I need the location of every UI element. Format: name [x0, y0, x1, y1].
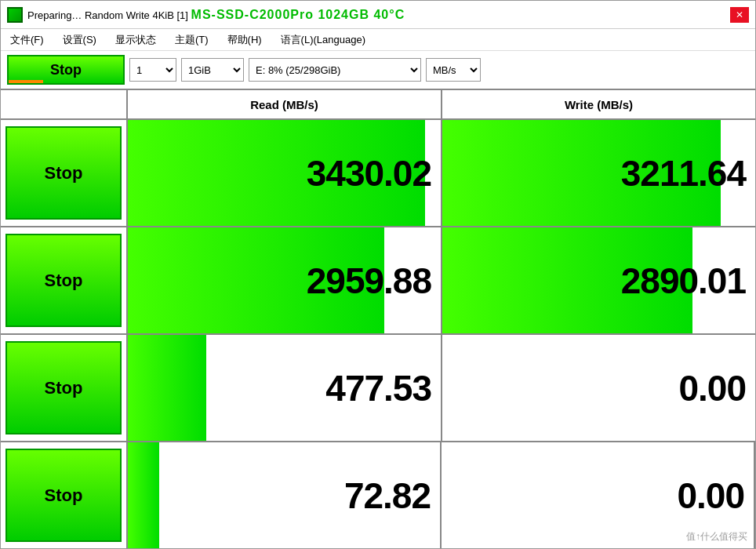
stop-cell-3: Stop [1, 335, 128, 441]
num-select[interactable]: 1 [129, 58, 176, 82]
write-value-2: 2890.01 [621, 260, 746, 302]
read-cell-3: 477.53 [128, 335, 442, 441]
read-value-1: 3430.02 [307, 152, 431, 195]
read-cell-4: 72.82 [128, 442, 442, 548]
read-value-2: 2959.88 [307, 260, 431, 302]
bench-header: Read (MB/s) Write (MB/s) [1, 90, 755, 120]
header-spacer [1, 90, 128, 118]
drive-select[interactable]: E: 8% (25/298GiB) [249, 58, 421, 82]
size-select[interactable]: 1GiB [181, 58, 244, 82]
menu-theme[interactable]: 主题(T) [172, 31, 212, 49]
controls-row: Stop 1 1GiB E: 8% (25/298GiB) MB/s [1, 51, 755, 90]
write-value-4: 0.00 [677, 474, 744, 517]
main-window: Preparing… Random Write 4KiB [1] MS-SSD-… [0, 0, 756, 549]
read-cell-2: 2959.88 [128, 227, 442, 333]
stop-cell-1: Stop [1, 120, 128, 226]
unit-select[interactable]: MB/s [426, 58, 481, 82]
write-value-3: 0.00 [678, 367, 746, 409]
menu-settings[interactable]: 设置(S) [60, 31, 100, 49]
bench-row-3: Stop 477.53 0.00 [1, 335, 755, 442]
benchmark-area: Read (MB/s) Write (MB/s) Stop 3430.02 32… [1, 90, 755, 548]
title-bar: Preparing… Random Write 4KiB [1] MS-SSD-… [1, 1, 755, 29]
stop-button-4[interactable]: Stop [5, 449, 122, 542]
read-bar-3 [128, 335, 206, 441]
header-write: Write (MB/s) [442, 90, 755, 118]
stop-button-2[interactable]: Stop [5, 234, 122, 327]
close-button[interactable]: ✕ [730, 7, 749, 23]
watermark-text: 值↑什么值得买 [686, 530, 747, 544]
stop-button-3[interactable]: Stop [5, 341, 122, 434]
stop-button-1[interactable]: Stop [5, 126, 122, 220]
read-value-4: 72.82 [344, 474, 431, 517]
menu-bar: 文件(F) 设置(S) 显示状态 主题(T) 帮助(H) 语言(L)(Langu… [1, 29, 755, 51]
bench-row-2: Stop 2959.88 2890.01 [1, 227, 755, 335]
menu-language[interactable]: 语言(L)(Language) [278, 31, 369, 49]
write-cell-3: 0.00 [442, 335, 755, 441]
write-cell-2: 2890.01 [442, 227, 755, 333]
stop-cell-2: Stop [1, 227, 128, 333]
stop-cell-4: Stop [1, 442, 128, 548]
title-highlight: MS-SSD-C2000Pro 1024GB 40°C [191, 8, 405, 21]
bench-row-1: Stop 3430.02 3211.64 [1, 120, 755, 227]
read-bar-4 [128, 442, 159, 548]
read-cell-1: 3430.02 [128, 120, 442, 226]
write-cell-1: 3211.64 [442, 120, 755, 226]
write-value-1: 3211.64 [621, 152, 746, 195]
title-text: Preparing… Random Write 4KiB [1] MS-SSD-… [27, 8, 730, 22]
header-read: Read (MB/s) [128, 90, 442, 118]
main-stop-button[interactable]: Stop [7, 55, 125, 85]
read-value-3: 477.53 [325, 367, 431, 409]
menu-status[interactable]: 显示状态 [112, 31, 159, 49]
menu-file[interactable]: 文件(F) [7, 31, 47, 49]
app-icon [7, 7, 23, 23]
menu-help[interactable]: 帮助(H) [224, 31, 265, 49]
bench-row-4: Stop 72.82 0.00 值↑什么值得买 [1, 442, 755, 548]
